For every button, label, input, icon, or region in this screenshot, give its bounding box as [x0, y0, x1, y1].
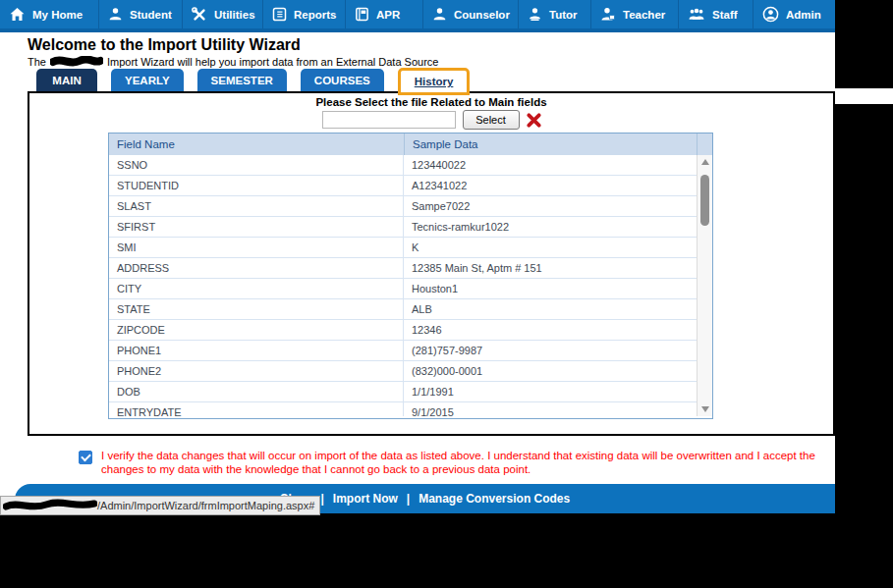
field-name-cell: SSNO [109, 155, 404, 175]
nav-item-reports[interactable]: Reports [262, 0, 345, 28]
sample-data-cell: A12341022 [404, 176, 697, 195]
page-subtitle: The Import Wizard will help you import d… [28, 56, 438, 68]
nav-item-teacher[interactable]: Teacher [590, 0, 678, 28]
column-header-scrollbar-spacer [697, 134, 712, 155]
nav-item-tutor[interactable]: Tutor [518, 0, 590, 28]
sample-data-cell: (281)757-9987 [404, 341, 697, 360]
field-name-cell: PHONE1 [109, 341, 404, 360]
sample-data-cell: 123440022 [404, 155, 697, 175]
field-name-cell: DOB [109, 382, 404, 401]
sample-data-cell: (832)000-0001 [404, 361, 697, 381]
field-name-cell: CITY [109, 279, 404, 298]
nav-item-my-home[interactable]: My Home [0, 0, 98, 28]
field-name-cell: ADDRESS [109, 258, 404, 278]
table-row: PHONE1(281)757-9987 [109, 341, 697, 361]
redaction-scribble [50, 56, 103, 68]
tab-main[interactable]: MAIN [36, 69, 97, 91]
student-icon [108, 7, 123, 22]
tab-history[interactable]: History [398, 68, 471, 95]
nav-item-counselor[interactable]: Counselor [422, 0, 518, 28]
counselor-icon [432, 7, 447, 22]
nav-item-label: APR [376, 9, 400, 21]
sample-data-cell: 12385 Main St, Aptm # 151 [404, 258, 697, 278]
nav-item-utilities[interactable]: Utilities [182, 0, 262, 28]
vertical-scrollbar[interactable] [697, 155, 712, 416]
manage-conversion-codes-button[interactable]: Manage Conversion Codes [419, 492, 570, 506]
url-redaction-scribble [3, 499, 97, 512]
table-rows: SSNO123440022 STUDENTIDA12341022 SLASTSa… [109, 155, 697, 416]
import-now-button[interactable]: Import Now [333, 492, 398, 506]
field-name-cell: STUDENTID [109, 176, 404, 195]
black-bottom-band [0, 513, 835, 588]
file-path-input[interactable] [322, 111, 456, 129]
file-select-row: Select [29, 110, 833, 130]
footer-separator: | [407, 492, 410, 506]
page-title: Welcome to the Import Utility Wizard [28, 36, 301, 54]
tab-courses[interactable]: COURSES [301, 69, 384, 91]
sample-data-cell: Houston1 [404, 279, 697, 298]
status-url-text: /Admin/ImportWizard/frmImportMaping.aspx… [97, 500, 314, 511]
nav-item-student[interactable]: Student [98, 0, 182, 28]
subtitle-suffix: Import Wizard will help you import data … [107, 56, 438, 68]
table-row: SLASTSampe7022 [109, 196, 697, 217]
tab-semester[interactable]: SEMESTER [197, 69, 287, 91]
scroll-down-arrow-icon[interactable] [698, 402, 712, 416]
field-name-cell: ENTRYDATE [109, 402, 404, 416]
admin-icon [762, 6, 779, 23]
top-navbar: My Home Student Utilities Reports APR Co… [0, 0, 835, 32]
utilities-icon [192, 7, 207, 23]
nav-item-apr[interactable]: APR [345, 0, 422, 28]
staff-icon [688, 7, 705, 22]
field-name-cell: SMI [109, 238, 404, 257]
table-row: DOB1/1/1991 [109, 382, 697, 402]
verify-checkbox[interactable] [79, 451, 92, 464]
table-row: ZIPCODE12346 [109, 320, 697, 341]
table-row: SMIK [109, 238, 697, 258]
nav-item-label: Counselor [454, 9, 510, 21]
nav-item-staff[interactable]: Staff [678, 0, 753, 28]
tutor-icon [528, 7, 542, 22]
field-mapping-table: Field Name Sample Data SSNO123440022 STU… [108, 133, 713, 419]
nav-item-label: Tutor [549, 9, 578, 21]
nav-item-label: Reports [294, 9, 336, 21]
nav-item-label: Teacher [623, 9, 665, 21]
scrollbar-thumb[interactable] [700, 175, 709, 226]
subtitle-prefix: The [28, 56, 46, 68]
reports-icon [272, 7, 287, 22]
red-x-icon[interactable] [527, 113, 541, 128]
nav-item-label: Staff [712, 9, 738, 21]
status-url-tooltip: /Admin/ImportWizard/frmImportMaping.aspx… [0, 496, 320, 515]
sample-data-cell: 9/1/2015 [404, 402, 697, 416]
table-row: SFIRSTTecnics-ramkur1022 [109, 217, 697, 238]
table-row: ENTRYDATE9/1/2015 [109, 402, 697, 416]
table-row: SSNO123440022 [109, 155, 697, 176]
footer-separator: | [320, 492, 323, 506]
nav-item-label: Admin [786, 9, 821, 21]
sample-data-cell: Sampe7022 [404, 196, 697, 216]
nav-item-label: Utilities [214, 9, 255, 21]
tab-yearly[interactable]: YEARLY [111, 69, 184, 91]
verify-statement: I verify the data changes that will occu… [101, 449, 821, 476]
teacher-icon [600, 7, 616, 23]
column-header-field-name: Field Name [109, 134, 404, 155]
sample-data-cell: 1/1/1991 [404, 382, 697, 401]
import-utility-wizard-page: My Home Student Utilities Reports APR Co… [0, 0, 893, 588]
nav-item-label: Student [130, 9, 172, 21]
table-row: STUDENTIDA12341022 [109, 176, 697, 196]
wizard-tabs: MAIN YEARLY SEMESTER COURSES History [36, 69, 483, 91]
table-row: PHONE2(832)000-0001 [109, 361, 697, 382]
table-body: SSNO123440022 STUDENTIDA12341022 SLASTSa… [109, 155, 712, 416]
nav-item-admin[interactable]: Admin [753, 0, 835, 28]
select-file-button[interactable]: Select [463, 110, 520, 130]
verify-section: I verify the data changes that will occu… [79, 449, 821, 476]
scroll-up-arrow-icon[interactable] [698, 155, 712, 169]
field-name-cell: STATE [109, 299, 404, 319]
column-header-sample-data: Sample Data [404, 134, 697, 155]
file-select-prompt: Please Select the file Related to Main f… [29, 96, 833, 108]
sample-data-cell: ALB [404, 299, 697, 319]
field-name-cell: ZIPCODE [109, 320, 404, 340]
sample-data-cell: K [404, 238, 697, 257]
white-gap-right-band [835, 88, 893, 104]
wizard-content-panel: Please Select the file Related to Main f… [28, 91, 835, 436]
nav-item-label: My Home [32, 9, 83, 21]
